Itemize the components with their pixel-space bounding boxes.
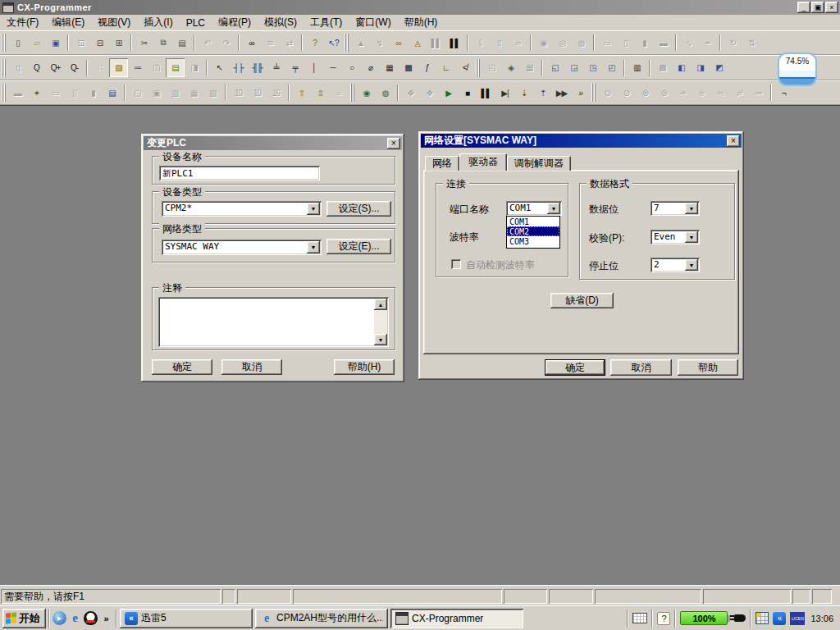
monitor-window-button[interactable]: ◨ <box>185 58 203 77</box>
battery-tray-indicator[interactable]: 100% <box>680 611 728 625</box>
force-reset-button[interactable]: ≒ <box>711 84 730 103</box>
goto-prev-output-button[interactable]: ◳ <box>583 58 602 77</box>
section-insert-button[interactable]: ▭ <box>46 84 65 103</box>
menu-window[interactable]: 窗口(W) <box>349 15 397 30</box>
new-project-window-button[interactable]: ▬ <box>8 84 27 103</box>
io-table-button[interactable]: ▦ <box>520 58 539 77</box>
horizontal-line-button[interactable]: ─ <box>323 58 342 77</box>
quick-launch-overflow[interactable]: » <box>99 611 113 625</box>
copy-button[interactable]: ⧉ <box>153 34 172 52</box>
comment-scrollbar[interactable]: ▲ ▼ <box>374 299 387 345</box>
close-icon[interactable]: × <box>727 135 740 147</box>
goto-next-address-button[interactable]: ◲ <box>564 58 583 77</box>
help-button[interactable]: ? <box>305 34 324 52</box>
io-comment-button[interactable]: ▮ <box>84 84 103 103</box>
close-button[interactable]: × <box>825 2 838 13</box>
time-chart-button[interactable]: ≖ <box>698 34 717 52</box>
menu-file[interactable]: 文件(F) <box>0 15 45 30</box>
plc-memory-button[interactable]: ◰ <box>482 58 501 77</box>
run-to-end-button[interactable]: » <box>571 84 590 103</box>
io-allocation-button[interactable]: ▧ <box>203 84 222 103</box>
paste-button[interactable]: ▤ <box>172 34 191 52</box>
address-reference-button[interactable]: ◈ <box>501 58 520 77</box>
grab-hand-button[interactable]: ❖ <box>420 84 439 103</box>
function-block-button[interactable]: ƒ <box>418 58 436 77</box>
comment-textarea[interactable]: ▲ ▼ <box>158 297 389 347</box>
print-preview-button[interactable]: ⊞ <box>109 34 128 52</box>
simulation-stop-button[interactable]: ■ <box>458 84 477 103</box>
find-button[interactable]: ∞ <box>242 34 261 52</box>
step-into-button[interactable]: ⇣ <box>514 84 533 103</box>
menu-insert[interactable]: 插入(I) <box>137 15 179 30</box>
grid-toggle-button[interactable]: ∷ <box>90 58 109 77</box>
enable-breakpoint-button[interactable]: ⊜ <box>655 84 673 103</box>
undo-button[interactable]: ↶ <box>198 34 217 52</box>
new-closed-or-contact-button[interactable]: ╤ <box>285 58 304 77</box>
context-help-button[interactable]: ↖? <box>324 34 343 52</box>
simulation-run-button[interactable]: ▶ <box>439 84 458 103</box>
force-set-button[interactable]: ≑ <box>692 84 711 103</box>
new-closed-contact-button[interactable]: ╢╟ <box>248 58 267 77</box>
chevron-down-icon[interactable]: ▼ <box>547 203 560 214</box>
data-bits-select[interactable]: 7 ▼ <box>651 201 700 216</box>
download-to-plc-button[interactable]: ⇩ <box>471 34 490 52</box>
memory-cassette-button[interactable]: ▥ <box>166 84 185 103</box>
cut-button[interactable]: ✂ <box>135 34 153 52</box>
memory-view-button[interactable]: ◨ <box>691 58 710 77</box>
battery-gauge-widget[interactable]: 74.5% <box>778 52 817 86</box>
binary-set-button[interactable]: ≔ <box>749 84 768 103</box>
upload-from-plc-button[interactable]: ⇧ <box>490 34 509 52</box>
taskbar-task-thunder[interactable]: « 迅雷5 <box>120 609 253 628</box>
tab-driver[interactable]: 驱动器 <box>459 153 507 171</box>
pause-monitoring-button[interactable]: ◎ <box>553 34 572 52</box>
mode-monitor-button[interactable]: ▮ <box>635 34 654 52</box>
chevron-down-icon[interactable]: ▼ <box>307 241 320 253</box>
differential-button[interactable]: ≈ <box>330 84 349 103</box>
taskbar-clock[interactable]: 13:06 <box>809 614 835 623</box>
device-type-select[interactable]: CPM2* ▼ <box>162 201 322 217</box>
device-name-input[interactable]: 新PLC1 <box>159 166 320 180</box>
chevron-down-icon[interactable]: ▼ <box>685 259 698 271</box>
monitor-data-button[interactable]: ◉ <box>357 84 376 103</box>
goto-prev-address-button[interactable]: ◱ <box>546 58 564 77</box>
cross-reference-button[interactable]: ▥ <box>628 58 646 77</box>
ok-button[interactable]: 确定 <box>152 359 212 375</box>
scroll-down-icon[interactable]: ▼ <box>374 334 387 345</box>
start-button[interactable]: 开始 <box>2 609 46 628</box>
thunder-tray-icon[interactable]: « <box>773 612 786 625</box>
close-icon[interactable]: × <box>387 138 400 149</box>
vertical-line-button[interactable]: │ <box>304 58 323 77</box>
scheduler-tray-icon[interactable] <box>756 612 769 624</box>
network-settings-title-bar[interactable]: 网络设置[SYSMAC WAY] × <box>421 134 742 148</box>
transfer-settings-button[interactable]: ⇅ <box>742 34 761 52</box>
set-breakpoint-button[interactable]: ⊙ <box>598 84 617 103</box>
taskbar-task-cx[interactable]: CX-Programmer <box>390 609 523 628</box>
ok-button[interactable]: 确定 <box>545 359 605 376</box>
step-out-button[interactable]: ⇡ <box>533 84 552 103</box>
minimize-button[interactable]: _ <box>797 2 810 13</box>
ime-keyboard-icon[interactable] <box>632 613 647 623</box>
open-file-button[interactable]: ▱ <box>27 34 46 52</box>
differential-monitor-button[interactable]: ∿ <box>679 34 698 52</box>
tab-modem[interactable]: 调制解调器 <box>507 156 571 171</box>
rung-list-button[interactable]: ≔ <box>128 58 147 77</box>
cancel-button[interactable]: 取消 <box>221 359 282 375</box>
force-off-button[interactable]: ⇫ <box>311 84 330 103</box>
new-file-button[interactable]: ▯ <box>8 34 27 52</box>
pan-hand-button[interactable]: ✥ <box>401 84 420 103</box>
clear-all-breakpoints-button[interactable]: ⊗ <box>636 84 655 103</box>
menu-simulation[interactable]: 模拟(S) <box>258 15 304 30</box>
mode-run-button[interactable]: ▬ <box>654 34 673 52</box>
force-cancel-all-button[interactable]: ≓ <box>730 84 749 103</box>
parity-select[interactable]: Even ▼ <box>651 230 700 244</box>
save-file-button[interactable]: ▣ <box>46 34 65 52</box>
device-type-settings-button[interactable]: 设定(S)... <box>326 201 391 217</box>
run-monitor-button[interactable]: ◉ <box>534 34 553 52</box>
delete-line-button[interactable]: ≮ <box>455 58 474 77</box>
properties-button[interactable]: ▤ <box>103 84 121 103</box>
stop-bits-select[interactable]: 2 ▼ <box>651 258 700 272</box>
help-button[interactable]: 帮助 <box>678 359 738 376</box>
section-manager-button[interactable]: ▣ <box>147 84 166 103</box>
cycle-time-button[interactable]: ↻ <box>724 34 742 52</box>
mode-debug-button[interactable]: ▯ <box>616 34 635 52</box>
